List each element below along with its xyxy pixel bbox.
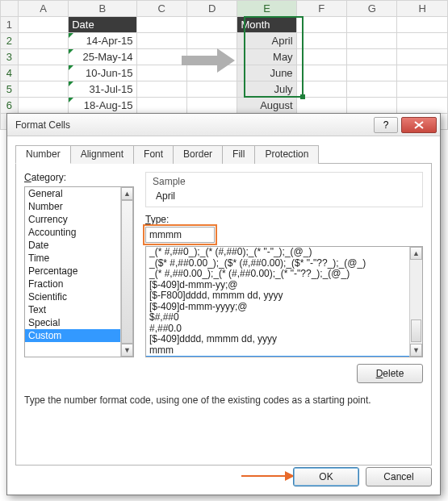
- category-item[interactable]: Date: [25, 239, 133, 252]
- format-item[interactable]: [$-409]d-mmm-yy;@: [146, 280, 422, 291]
- col-header-F[interactable]: F: [296, 1, 346, 17]
- cell-B5[interactable]: 31-Jul-15: [69, 81, 136, 98]
- col-header-E[interactable]: E: [237, 1, 296, 17]
- dialog-titlebar[interactable]: Format Cells ?: [7, 114, 440, 136]
- cell[interactable]: [347, 98, 397, 114]
- cell[interactable]: [136, 17, 186, 33]
- cancel-button[interactable]: Cancel: [366, 467, 432, 486]
- cell[interactable]: [296, 81, 346, 98]
- cell[interactable]: [347, 33, 397, 49]
- format-item[interactable]: [$-409]d-mmm-yyyy;@: [146, 302, 422, 313]
- category-item-selected[interactable]: Custom: [25, 329, 133, 342]
- cell[interactable]: [397, 81, 448, 98]
- format-item[interactable]: _(* #,##0_);_(* (#,##0);_(* "-"_);_(@_): [146, 247, 422, 258]
- scroll-down-icon[interactable]: ▼: [121, 344, 133, 357]
- delete-button[interactable]: Delete: [357, 364, 423, 383]
- col-header-A[interactable]: A: [18, 1, 68, 17]
- col-header-G[interactable]: G: [347, 1, 397, 17]
- scroll-up-icon[interactable]: ▲: [121, 187, 133, 200]
- cell[interactable]: [296, 49, 346, 65]
- tab-number[interactable]: Number: [15, 145, 71, 164]
- category-item[interactable]: Scientific: [25, 290, 133, 303]
- cell[interactable]: [187, 65, 237, 81]
- row-header-1[interactable]: 1: [1, 17, 19, 33]
- cell[interactable]: [347, 81, 397, 98]
- cell[interactable]: [18, 33, 68, 49]
- cell[interactable]: [397, 33, 448, 49]
- scroll-up-icon[interactable]: ▲: [410, 247, 422, 260]
- cell[interactable]: [296, 33, 346, 49]
- spreadsheet-grid[interactable]: A B C D E F G H 1 Date Month 2 14-Apr-15…: [0, 0, 448, 130]
- cell[interactable]: [187, 17, 237, 33]
- tab-protection[interactable]: Protection: [254, 145, 319, 164]
- category-item[interactable]: Number: [25, 200, 133, 213]
- cell[interactable]: [18, 65, 68, 81]
- cell[interactable]: [296, 98, 346, 114]
- col-header-B[interactable]: B: [69, 1, 136, 17]
- col-header-C[interactable]: C: [136, 1, 186, 17]
- scroll-down-icon[interactable]: ▼: [410, 344, 422, 357]
- tab-alignment[interactable]: Alignment: [70, 145, 134, 164]
- cell[interactable]: [397, 49, 448, 65]
- category-item[interactable]: General: [25, 187, 133, 200]
- cell[interactable]: [136, 65, 186, 81]
- format-scrollbar[interactable]: ▲ ▼: [409, 247, 422, 357]
- category-item[interactable]: Fraction: [25, 278, 133, 290]
- category-item[interactable]: Currency: [25, 213, 133, 226]
- type-input[interactable]: [145, 227, 215, 243]
- cell[interactable]: [18, 49, 68, 65]
- cell-B1[interactable]: Date: [69, 17, 136, 33]
- format-item[interactable]: _($* #,##0.00_);_($* (#,##0.00);_($* "-"…: [146, 258, 422, 269]
- cell[interactable]: [187, 98, 237, 114]
- cell[interactable]: [397, 65, 448, 81]
- cell[interactable]: [347, 49, 397, 65]
- category-scrollbar[interactable]: ▲ ▼: [120, 187, 133, 357]
- cell[interactable]: [18, 17, 68, 33]
- cell[interactable]: [397, 98, 448, 114]
- row-header-6[interactable]: 6: [1, 98, 19, 114]
- category-item[interactable]: Text: [25, 303, 133, 316]
- format-item[interactable]: _(* #,##0.00_);_(* (#,##0.00);_(* "-"??_…: [146, 269, 422, 280]
- tab-fill[interactable]: Fill: [222, 145, 255, 164]
- cell[interactable]: [296, 65, 346, 81]
- category-item[interactable]: Percentage: [25, 265, 133, 278]
- format-code-listbox[interactable]: _(* #,##0_);_(* (#,##0);_(* "-"_);_(@_) …: [145, 246, 423, 357]
- tab-font[interactable]: Font: [133, 145, 174, 164]
- scroll-thumb[interactable]: [121, 200, 133, 344]
- format-item[interactable]: #,##0.0: [146, 324, 422, 335]
- cell-E1[interactable]: Month: [237, 17, 296, 33]
- format-item-selected[interactable]: mmmm: [146, 356, 422, 357]
- row-header-3[interactable]: 3: [1, 49, 19, 65]
- select-all-corner[interactable]: [1, 1, 19, 17]
- cell[interactable]: [347, 65, 397, 81]
- col-header-D[interactable]: D: [187, 1, 237, 17]
- cell-B3[interactable]: 25-May-14: [69, 49, 136, 65]
- cell[interactable]: [136, 33, 186, 49]
- row-header-4[interactable]: 4: [1, 65, 19, 81]
- ok-button[interactable]: OK: [293, 467, 359, 486]
- category-item[interactable]: Accounting: [25, 226, 133, 239]
- cell[interactable]: [18, 98, 68, 114]
- scroll-thumb[interactable]: [411, 319, 421, 342]
- category-item[interactable]: Special: [25, 316, 133, 329]
- format-item[interactable]: mmm: [146, 345, 422, 357]
- col-header-H[interactable]: H: [397, 1, 448, 17]
- cell[interactable]: [187, 81, 237, 98]
- cell-B6[interactable]: 18-Aug-15: [69, 98, 136, 114]
- format-item[interactable]: $#,##0: [146, 312, 422, 324]
- cell[interactable]: [187, 33, 237, 49]
- cell[interactable]: [136, 81, 186, 98]
- cell[interactable]: [296, 17, 346, 33]
- cell-E5[interactable]: July: [237, 81, 296, 98]
- format-item[interactable]: [$-409]dddd, mmmm dd, yyyy: [146, 334, 422, 345]
- cell[interactable]: [136, 98, 186, 114]
- cell[interactable]: [397, 17, 448, 33]
- format-item[interactable]: [$-F800]dddd, mmmm dd, yyyy: [146, 290, 422, 302]
- tab-border[interactable]: Border: [173, 145, 223, 164]
- cell-E6[interactable]: August: [237, 98, 296, 114]
- cell-E3[interactable]: May: [237, 49, 296, 65]
- cell-E2[interactable]: April: [237, 33, 296, 49]
- cell-B4[interactable]: 10-Jun-15: [69, 65, 136, 81]
- category-listbox[interactable]: General Number Currency Accounting Date …: [24, 186, 134, 357]
- cell[interactable]: [347, 17, 397, 33]
